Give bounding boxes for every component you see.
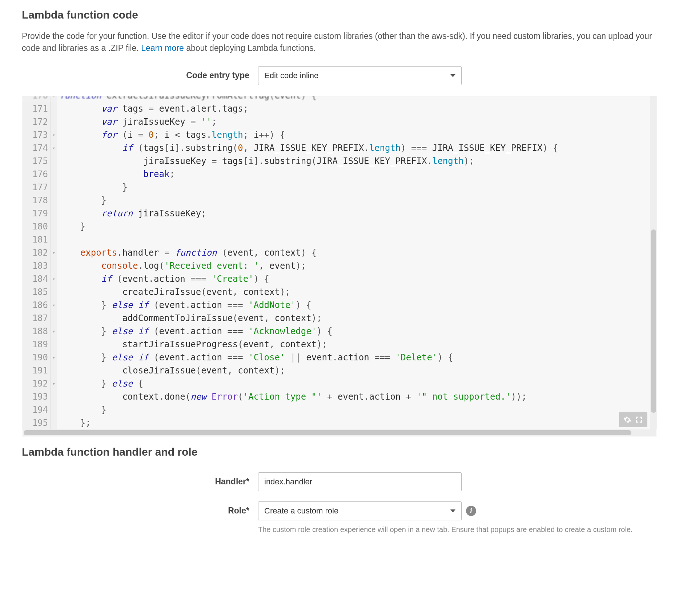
section-title-code: Lambda function code <box>22 4 657 25</box>
fold-marker[interactable]: ▾ <box>51 377 57 390</box>
code-entry-type-label: Code entry type <box>22 71 258 80</box>
code-content[interactable]: } <box>57 194 107 207</box>
fold-marker <box>51 259 57 272</box>
code-line[interactable]: 187 addCommentToJiraIssue(event, context… <box>22 312 657 325</box>
line-number: 182 <box>22 246 51 259</box>
code-line[interactable]: 174▾ if (tags[i].substring(0, JIRA_ISSUE… <box>22 141 657 155</box>
fold-marker[interactable]: ▾ <box>51 351 57 364</box>
line-number: 172 <box>22 115 51 128</box>
code-line[interactable]: 172 var jiraIssueKey = ''; <box>22 115 657 128</box>
horizontal-scrollbar[interactable] <box>23 429 656 436</box>
code-line[interactable]: 180 } <box>22 220 657 233</box>
code-line[interactable]: 173▾ for (i = 0; i < tags.length; i++) { <box>22 128 657 141</box>
code-line[interactable]: 194 } <box>22 403 657 416</box>
line-number: 174 <box>22 141 51 155</box>
fold-marker[interactable]: ▾ <box>51 96 57 102</box>
code-content[interactable]: function extractJiraIssueKeyFromAlertTag… <box>57 96 317 102</box>
fold-marker[interactable]: ▾ <box>51 141 57 155</box>
code-line[interactable]: 189 startJiraIssueProgress(event, contex… <box>22 338 657 351</box>
fold-marker <box>51 181 57 194</box>
code-content[interactable]: jiraIssueKey = tags[i].substring(JIRA_IS… <box>57 155 474 168</box>
line-number: 189 <box>22 338 51 351</box>
code-line[interactable]: 193 context.done(new Error('Action type … <box>22 390 657 403</box>
line-number: 187 <box>22 312 51 325</box>
code-content[interactable]: }; <box>57 416 91 429</box>
fold-marker <box>51 416 57 429</box>
fold-marker[interactable]: ▾ <box>51 299 57 312</box>
learn-more-link[interactable]: Learn more <box>141 43 184 53</box>
code-line[interactable]: 178 } <box>22 194 657 207</box>
handler-input-field[interactable] <box>264 477 455 487</box>
code-content[interactable]: startJiraIssueProgress(event, context); <box>57 338 327 351</box>
code-entry-type-select[interactable]: Edit code inline <box>258 66 462 85</box>
role-helper-text: The custom role creation experience will… <box>258 520 640 535</box>
code-content[interactable]: } else if (event.action === 'AddNote') { <box>57 299 312 312</box>
code-content[interactable]: } else { <box>57 377 143 390</box>
code-content[interactable]: addCommentToJiraIssue(event, context); <box>57 312 322 325</box>
fold-marker[interactable]: ▾ <box>51 128 57 141</box>
code-content[interactable]: for (i = 0; i < tags.length; i++) { <box>57 128 285 141</box>
handler-input[interactable] <box>258 472 462 491</box>
code-content[interactable]: } else if (event.action === 'Close' || e… <box>57 351 453 364</box>
code-content[interactable]: closeJiraIssue(event, context); <box>57 364 285 377</box>
code-content[interactable]: } else if (event.action === 'Acknowledge… <box>57 325 332 338</box>
code-line[interactable]: 188▾ } else if (event.action === 'Acknow… <box>22 325 657 338</box>
fold-marker <box>51 168 57 181</box>
code-line[interactable]: 195 }; <box>22 416 657 429</box>
code-content[interactable] <box>57 233 59 246</box>
fold-marker <box>51 220 57 233</box>
code-editor[interactable]: 170▾function extractJiraIssueKeyFromAler… <box>22 96 657 437</box>
role-label: Role* <box>22 506 258 516</box>
code-content[interactable]: console.log('Received event: ', event); <box>57 259 306 272</box>
code-line[interactable]: 176 break; <box>22 168 657 181</box>
line-number: 181 <box>22 233 51 246</box>
fullscreen-icon[interactable] <box>634 414 644 425</box>
fold-marker[interactable]: ▾ <box>51 272 57 285</box>
line-number: 175 <box>22 155 51 168</box>
code-line[interactable]: 182▾ exports.handler = function (event, … <box>22 246 657 259</box>
line-number: 185 <box>22 285 51 299</box>
vertical-scrollbar[interactable] <box>650 96 657 429</box>
line-number: 195 <box>22 416 51 429</box>
code-line[interactable]: 191 closeJiraIssue(event, context); <box>22 364 657 377</box>
desc-text-post: about deploying Lambda functions. <box>184 43 316 53</box>
code-line[interactable]: 184▾ if (event.action === 'Create') { <box>22 272 657 285</box>
code-content[interactable]: exports.handler = function (event, conte… <box>57 246 317 259</box>
code-line[interactable]: 171 var tags = event.alert.tags; <box>22 102 657 115</box>
code-line[interactable]: 185 createJiraIssue(event, context); <box>22 285 657 299</box>
code-content[interactable]: var jiraIssueKey = ''; <box>57 115 217 128</box>
code-line[interactable]: 190▾ } else if (event.action === 'Close'… <box>22 351 657 364</box>
code-line[interactable]: 177 } <box>22 181 657 194</box>
line-number: 193 <box>22 390 51 403</box>
desc-text: Provide the code for your function. Use … <box>22 31 652 53</box>
code-line[interactable]: 183 console.log('Received event: ', even… <box>22 259 657 272</box>
role-select[interactable]: Create a custom role <box>258 501 462 520</box>
info-icon[interactable]: i <box>466 506 476 516</box>
fold-marker <box>51 102 57 115</box>
fold-marker[interactable]: ▾ <box>51 246 57 259</box>
section-desc-code: Provide the code for your function. Use … <box>22 25 657 56</box>
code-content[interactable]: createJiraIssue(event, context); <box>57 285 290 299</box>
gear-icon[interactable] <box>622 414 633 425</box>
code-line[interactable]: 170▾function extractJiraIssueKeyFromAler… <box>22 96 657 102</box>
code-content[interactable]: } <box>57 220 85 233</box>
code-content[interactable]: } <box>57 403 107 416</box>
code-line[interactable]: 186▾ } else if (event.action === 'AddNot… <box>22 299 657 312</box>
code-content[interactable]: if (tags[i].substring(0, JIRA_ISSUE_KEY_… <box>57 141 558 155</box>
code-line[interactable]: 175 jiraIssueKey = tags[i].substring(JIR… <box>22 155 657 168</box>
code-content[interactable]: } <box>57 181 128 194</box>
chevron-down-icon <box>450 509 455 512</box>
editor-toolbar <box>619 412 647 427</box>
code-line[interactable]: 192▾ } else { <box>22 377 657 390</box>
code-content[interactable]: break; <box>57 168 175 181</box>
code-line[interactable]: 179 return jiraIssueKey; <box>22 207 657 220</box>
fold-marker[interactable]: ▾ <box>51 325 57 338</box>
line-number: 171 <box>22 102 51 115</box>
code-content[interactable]: if (event.action === 'Create') { <box>57 272 269 285</box>
code-line[interactable]: 181 <box>22 233 657 246</box>
code-content[interactable]: context.done(new Error('Action type "' +… <box>57 390 527 403</box>
code-content[interactable]: var tags = event.alert.tags; <box>57 102 248 115</box>
line-number: 177 <box>22 181 51 194</box>
fold-marker <box>51 233 57 246</box>
code-content[interactable]: return jiraIssueKey; <box>57 207 206 220</box>
